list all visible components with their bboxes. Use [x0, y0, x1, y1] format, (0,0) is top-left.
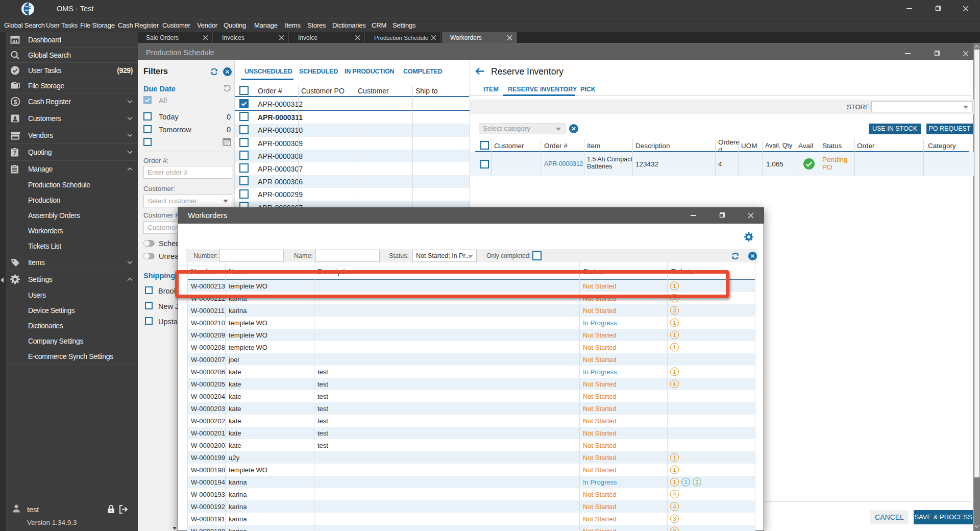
svg-text:?: ?	[13, 150, 16, 156]
svg-text:$: $	[14, 98, 18, 106]
